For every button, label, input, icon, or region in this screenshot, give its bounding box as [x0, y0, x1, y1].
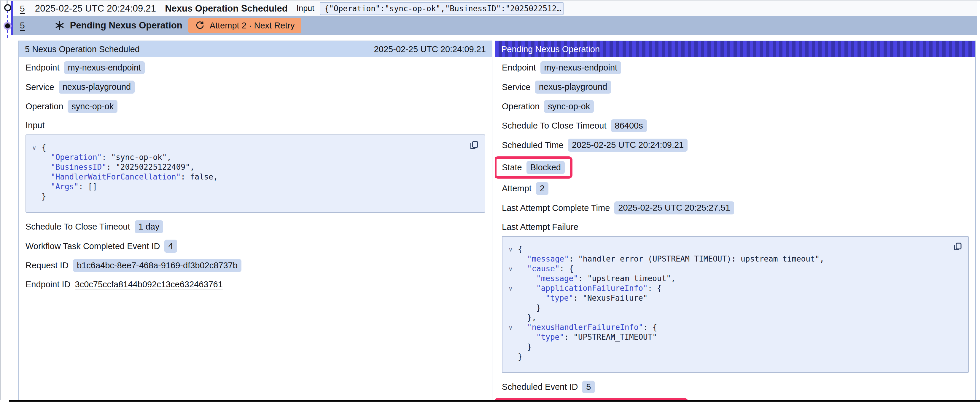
scheduled-event-panel: 5 Nexus Operation Scheduled 2025-02-25 U… — [18, 41, 492, 401]
field-endpoint: Endpointmy-nexus-endpoint — [25, 61, 485, 74]
json-text: }, — [527, 313, 536, 322]
input-preview-chip: {"Operation":"sync-op-ok","BusinessID":"… — [320, 2, 563, 15]
field-value-operation: sync-op-ok — [68, 100, 118, 113]
field-operation: Operationsync-op-ok — [25, 100, 485, 113]
code-line: ∨"applicationFailureInfo": { — [507, 284, 962, 293]
json-key: "applicationFailureInfo" — [536, 284, 648, 293]
event-title: Pending Nexus Operation — [70, 20, 182, 31]
field-workflow-task-completed-event-id: Workflow Task Completed Event ID4 — [25, 239, 485, 252]
field-label: Endpoint ID — [25, 280, 71, 289]
field-value-schedule-to-close-timeout: 1 day — [135, 220, 164, 233]
field-value-request-id: b1c6a4bc-8ee7-468a-9169-df3b02c8737b — [73, 259, 242, 272]
json-text: "UPSTREAM_TIMEOUT" — [573, 333, 657, 342]
json-text: : — [643, 323, 652, 332]
field-service: Servicenexus-playground — [502, 81, 969, 93]
json-text: : — [578, 274, 587, 283]
scheduled-fields-top: Endpointmy-nexus-endpointServicenexus-pl… — [25, 61, 485, 113]
field-schedule-to-close-timeout: Schedule To Close Timeout1 day — [25, 220, 485, 233]
timeline-continuation-dash — [6, 0, 8, 3]
field-last-attempt-complete-time: Last Attempt Complete Time2025-02-25 UTC… — [502, 201, 969, 214]
json-text: : — [569, 254, 578, 263]
json-key: "Operation" — [51, 153, 102, 162]
field-state: StateBlocked — [502, 156, 969, 179]
field-value-last-attempt-complete-time: 2025-02-25 UTC 20:25:27.51 — [614, 201, 734, 214]
field-label: Last Attempt Complete Time — [502, 203, 610, 213]
json-text: } — [527, 342, 532, 351]
collapse-chevron-icon[interactable]: ∨ — [508, 246, 513, 252]
pending-fields-bottom: Scheduled Event ID5Blocked ReasonThe cir… — [502, 380, 969, 401]
code-line: ∨{ — [31, 143, 479, 152]
input-preview-label: Input — [297, 4, 314, 13]
event-id-link[interactable]: 5 — [20, 3, 25, 14]
json-key: "message" — [527, 254, 569, 263]
collapse-chevron-icon[interactable]: ∨ — [508, 266, 513, 272]
code-line: }, — [507, 313, 962, 323]
json-key: "message" — [536, 274, 578, 283]
pending-asterisk-icon — [54, 21, 65, 30]
history-row-pending-nexus-operation[interactable]: 5 Pending Nexus Operation Attempt 2 · Ne… — [13, 16, 977, 35]
field-label: Operation — [25, 101, 63, 111]
json-text: : — [181, 173, 190, 181]
retry-icon — [195, 21, 204, 30]
field-value-service: nexus-playground — [59, 81, 135, 93]
field-label: State — [502, 163, 522, 173]
json-text: : — [560, 264, 569, 273]
code-line: "BusinessID": "20250225122409", — [31, 162, 479, 172]
field-attempt: Attempt2 — [502, 182, 969, 195]
field-value-endpoint: my-nexus-endpoint — [64, 61, 145, 74]
code-line: "Operation": "sync-op-ok", — [31, 152, 479, 162]
code-line: "type": "UPSTREAM_TIMEOUT" — [507, 332, 962, 342]
json-text: } — [41, 192, 46, 201]
json-text: : — [107, 163, 116, 171]
field-endpoint: Endpointmy-nexus-endpoint — [502, 61, 969, 74]
code-line: "message": "handler error (UPSTREAM_TIME… — [507, 254, 962, 264]
code-line: } — [507, 342, 962, 352]
json-key: "nexusHandlerFailureInfo" — [527, 323, 643, 332]
collapse-chevron-icon[interactable]: ∨ — [508, 325, 513, 331]
json-text: { — [518, 245, 523, 253]
json-text: false, — [190, 173, 218, 181]
json-text: : — [573, 293, 582, 303]
workflow-event-history-view: 5 2025-02-25 UTC 20:24:09.21 Nexus Opera… — [0, 0, 980, 404]
pending-operation-panel: Pending Nexus Operation Endpointmy-nexus… — [495, 41, 976, 401]
field-value-schedule-to-close-timeout: 86400s — [611, 119, 647, 132]
field-value-attempt: 2 — [536, 182, 549, 195]
field-label: Schedule To Close Timeout — [25, 222, 130, 231]
event-title: Nexus Operation Scheduled — [165, 3, 287, 14]
field-label: Request ID — [25, 261, 68, 271]
field-scheduled-time: Scheduled Time2025-02-25 UTC 20:24:09.21 — [502, 139, 969, 151]
field-value-endpoint-id[interactable]: 3c0c75ccfa8144b092c13ce632463761 — [75, 280, 223, 289]
field-label: Scheduled Time — [502, 140, 563, 150]
input-code-block: ∨{"Operation": "sync-op-ok","BusinessID"… — [25, 135, 485, 213]
field-value-service: nexus-playground — [535, 81, 611, 93]
json-text: "NexusFailure" — [582, 293, 648, 303]
history-row-nexus-operation-scheduled[interactable]: 5 2025-02-25 UTC 20:24:09.21 Nexus Opera… — [13, 1, 977, 16]
code-line: "type": "NexusFailure" — [507, 293, 962, 303]
code-line: "message": "upstream timeout", — [507, 274, 962, 284]
field-label: Operation — [502, 101, 539, 111]
code-line: "HandlerWaitForCancellation": false, — [31, 172, 479, 182]
json-key: "BusinessID" — [51, 163, 107, 171]
json-text: } — [536, 303, 541, 312]
highlight-box: StateBlocked — [495, 156, 573, 179]
field-scheduled-event-id: Scheduled Event ID5 — [502, 380, 969, 393]
field-value-workflow-task-completed-event-id: 4 — [164, 239, 177, 252]
json-text: { — [569, 264, 574, 273]
code-line: ∨{ — [507, 244, 962, 254]
json-key: "cause" — [527, 264, 560, 273]
input-section-label: Input — [25, 120, 485, 130]
attempt-retry-label: Attempt 2 · Next Retry — [210, 21, 295, 30]
json-text: [] — [88, 182, 97, 191]
code-line: } — [507, 303, 962, 313]
field-label: Endpoint — [502, 63, 536, 73]
json-text: } — [518, 352, 523, 361]
collapse-chevron-icon[interactable]: ∨ — [32, 145, 37, 151]
collapse-chevron-icon[interactable]: ∨ — [508, 285, 513, 292]
json-text: "sync-op-ok", — [111, 153, 172, 162]
failure-code-block: ∨{"message": "handler error (UPSTREAM_TI… — [502, 236, 969, 373]
field-operation: Operationsync-op-ok — [502, 100, 969, 113]
event-id-link[interactable]: 5 — [20, 21, 25, 30]
json-text: "20250225122409", — [116, 163, 194, 171]
code-line: } — [31, 192, 479, 201]
json-text: { — [657, 284, 662, 293]
